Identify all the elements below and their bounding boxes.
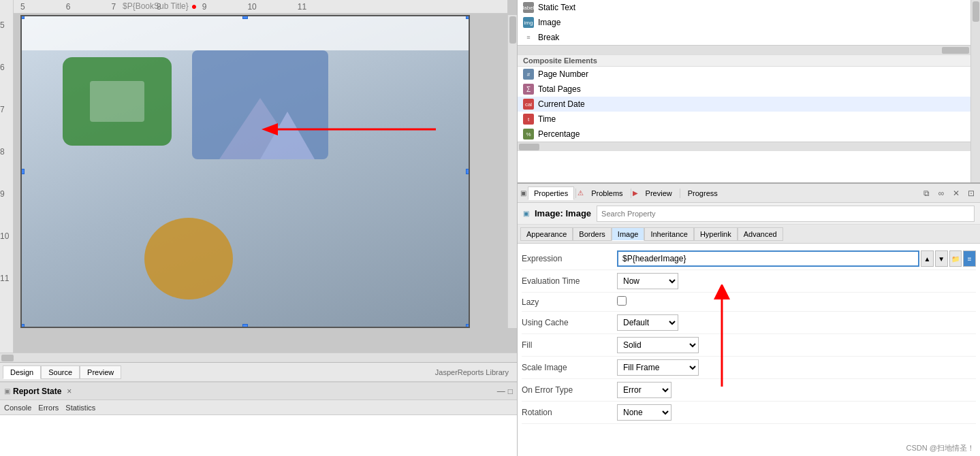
tab-properties[interactable]: Properties [528, 186, 574, 200]
console-tabs: Console Errors Statistics [0, 400, 517, 415]
percentage-icon: % [523, 129, 534, 140]
evaluation-time-label: Evaluation Time [522, 276, 617, 286]
restore-icon[interactable]: ⧉ [920, 187, 932, 199]
subtab-advanced[interactable]: Advanced [738, 227, 783, 241]
using-cache-select[interactable]: Default True False [617, 314, 678, 331]
properties-title: Image: Image [535, 208, 591, 218]
scale-image-value: Fill Frame Clip Retain Shape [617, 359, 976, 376]
minimize-panel-icon[interactable]: ∞ [935, 187, 947, 199]
expression-extra-btn[interactable]: ≡ [963, 250, 976, 267]
watermark: CSDN @扫地情圣！ [906, 443, 975, 453]
property-sub-tabs: Appearance Borders Image Inheritance Hyp… [518, 225, 980, 244]
palette-item-label: Static Text [538, 3, 575, 12]
palette-list: label Static Text img Image ≡ Break [518, 0, 970, 182]
tab-errors[interactable]: Errors [38, 404, 59, 412]
rotation-row: Rotation None Left Right UpsideDown [522, 402, 976, 424]
lazy-checkbox[interactable] [617, 296, 627, 306]
fill-label: Fill [522, 340, 617, 350]
current-date-icon: cal [523, 99, 534, 110]
rotation-label: Rotation [522, 408, 617, 417]
panel-controls: ⧉ ∞ ✕ ⊡ [920, 187, 977, 199]
palette-item-label: Total Pages [538, 84, 581, 94]
lazy-value [617, 296, 976, 308]
on-error-type-value: Error Blank Icon [617, 382, 976, 398]
palette-item-page-number[interactable]: # Page Number [518, 67, 970, 82]
palette-item-percentage[interactable]: % Percentage [518, 127, 970, 142]
break-icon: ≡ [523, 32, 534, 43]
expression-down-btn[interactable]: ▼ [935, 250, 948, 267]
static-text-icon: label [523, 2, 534, 13]
horizontal-scrollbar[interactable] [0, 353, 517, 362]
close-panel-icon[interactable]: ✕ [950, 187, 962, 199]
subtab-borders[interactable]: Borders [573, 227, 612, 241]
palette-item-label: Page Number [538, 69, 588, 79]
console-content [0, 415, 517, 456]
scale-image-select[interactable]: Fill Frame Clip Retain Shape [617, 359, 699, 376]
lazy-label: Lazy [522, 297, 617, 307]
rotation-value: None Left Right UpsideDown [617, 404, 976, 421]
evaluation-time-select[interactable]: Now Report Page [617, 273, 678, 289]
properties-panel: ▣ Properties ⚠ Problems ▶ Preview Progre… [518, 184, 980, 456]
on-error-type-row: On Error Type Error Blank Icon [522, 379, 976, 402]
evaluation-time-row: Evaluation Time Now Report Page [522, 270, 976, 293]
rotation-select[interactable]: None Left Right UpsideDown [617, 404, 671, 421]
maximize-icon[interactable]: □ [508, 387, 513, 396]
palette-item-static-text[interactable]: label Static Text [518, 0, 970, 15]
fill-select[interactable]: Solid [617, 337, 699, 353]
search-property-input[interactable] [597, 206, 975, 222]
scale-image-row: Scale Image Fill Frame Clip Retain Shape [522, 357, 976, 379]
palette-item-label: Percentage [538, 129, 580, 139]
design-tabs: Design Source Preview JasperReports Libr… [0, 362, 517, 381]
tab-progress[interactable]: Progress [682, 186, 724, 200]
palette-item-label: Break [538, 33, 559, 42]
evaluation-time-value: Now Report Page [617, 273, 976, 289]
palette-section-composite: Composite Elements [518, 54, 970, 67]
on-error-type-select[interactable]: Error Blank Icon [617, 382, 671, 398]
properties-header: ▣ Image: Image [518, 203, 980, 225]
subtab-hyperlink[interactable]: Hyperlink [694, 227, 738, 241]
expression-value-container: ▲ ▼ 📁 ≡ [617, 250, 976, 267]
total-pages-icon: Σ [523, 84, 534, 95]
time-icon: t [523, 114, 534, 125]
expression-edit-btn[interactable]: 📁 [949, 250, 962, 267]
page-number-icon: # [523, 69, 534, 80]
report-state-header: ▣ Report State × — □ [0, 382, 517, 400]
tab-source[interactable]: Source [41, 365, 80, 379]
palette-item-image[interactable]: img Image [518, 15, 970, 30]
subtab-inheritance[interactable]: Inheritance [644, 227, 693, 241]
using-cache-value: Default True False [617, 314, 976, 331]
palette-item-time[interactable]: t Time [518, 112, 970, 127]
window-controls: — □ [497, 387, 513, 396]
palette-item-label: Time [538, 114, 556, 124]
expression-input[interactable] [617, 250, 919, 267]
subtab-image[interactable]: Image [612, 227, 645, 241]
bottom-panel: ▣ Report State × — □ Console Errors Stat… [0, 381, 517, 456]
using-cache-row: Using Cache Default True False [522, 312, 976, 334]
subtab-appearance[interactable]: Appearance [520, 227, 573, 241]
tab-preview[interactable]: Preview [639, 186, 678, 200]
palette-item-total-pages[interactable]: Σ Total Pages [518, 82, 970, 97]
using-cache-label: Using Cache [522, 318, 617, 327]
tab-problems[interactable]: Problems [585, 186, 629, 200]
tab-statistics[interactable]: Statistics [65, 404, 95, 412]
report-state-close[interactable]: × [67, 387, 72, 396]
detach-icon[interactable]: ⊡ [965, 187, 977, 199]
minimize-icon[interactable]: — [497, 387, 505, 396]
lazy-row: Lazy [522, 293, 976, 312]
palette-item-label: Image [538, 18, 560, 27]
property-fields: Expression ▲ ▼ 📁 ≡ Evaluation Time Now [518, 244, 980, 456]
expression-up-btn[interactable]: ▲ [921, 250, 934, 267]
fill-row: Fill Solid [522, 334, 976, 357]
tab-console[interactable]: Console [4, 404, 31, 412]
design-canvas [20, 15, 470, 328]
scale-image-label: Scale Image [522, 363, 617, 372]
palette-scrollbar[interactable] [970, 0, 980, 182]
expression-row: Expression ▲ ▼ 📁 ≡ [522, 248, 976, 270]
palette-item-break[interactable]: ≡ Break [518, 30, 970, 45]
palette-item-label: Current Date [538, 99, 585, 109]
tab-design[interactable]: Design [3, 365, 41, 379]
element-palette: label Static Text img Image ≡ Break [518, 0, 980, 184]
expression-label: Expression [522, 254, 617, 263]
tab-preview[interactable]: Preview [80, 365, 121, 379]
palette-item-current-date[interactable]: cal Current Date [518, 97, 970, 112]
